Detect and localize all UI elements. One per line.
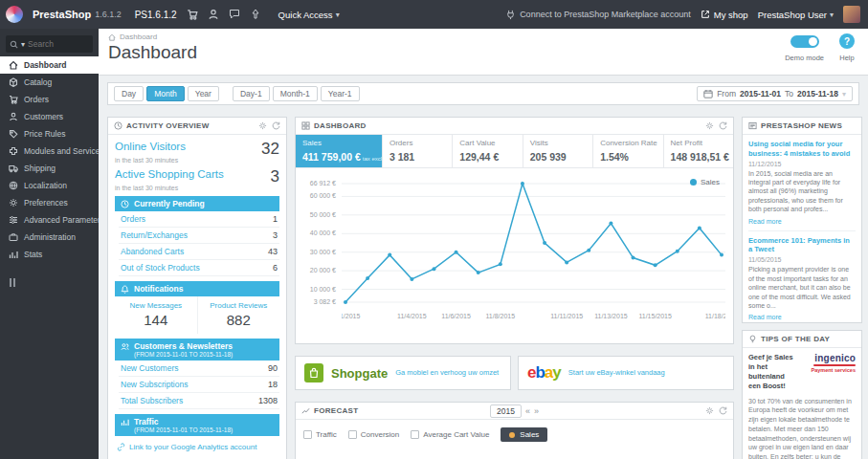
- news-date: 11/12/2015: [748, 161, 856, 167]
- filter-year-1-button[interactable]: Year-1: [321, 86, 360, 101]
- prestashop-logo-icon[interactable]: [6, 6, 23, 23]
- messages-notifications-icon[interactable]: [229, 9, 240, 20]
- bar-chart-icon: [121, 418, 129, 426]
- kpi-sales[interactable]: Sales 411 759,00 €tax excl.: [296, 135, 383, 167]
- caret-down-icon: ▾: [830, 11, 834, 19]
- filter-day-button[interactable]: Day: [114, 86, 144, 101]
- marketplace-link[interactable]: Connect to PrestaShop Marketplace accoun…: [505, 10, 691, 20]
- sidebar-item-localization[interactable]: Localization: [0, 177, 99, 194]
- abandoned-carts-row[interactable]: Abandoned Carts 43: [119, 244, 279, 260]
- my-shop-link[interactable]: My shop: [701, 10, 748, 20]
- next-year-button[interactable]: »: [534, 406, 539, 416]
- sidebar-item-label: Dashboard: [24, 60, 66, 70]
- ebay-link[interactable]: Start uw eBay-winkel vandaag: [568, 368, 665, 378]
- panel-settings-icon[interactable]: [705, 406, 714, 415]
- activity-overview-panel: ACTIVITY OVERVIEW Online Visitors 32 in …: [107, 117, 287, 459]
- sidebar-item-label: Localization: [24, 181, 67, 190]
- sidebar: ▾ Dashboard Catalog Orders Customers: [0, 29, 99, 459]
- news-title-link[interactable]: Ecommerce 101: Payments in a Tweet: [748, 236, 856, 255]
- y-axis-tick: 60 000 €: [310, 192, 336, 199]
- sidebar-item-dashboard[interactable]: Dashboard: [0, 56, 99, 74]
- sidebar-item-catalog[interactable]: Catalog: [0, 74, 99, 91]
- sidebar-item-shipping[interactable]: Shipping: [0, 160, 99, 177]
- customers-notifications-icon[interactable]: [208, 9, 219, 20]
- panel-refresh-icon[interactable]: [719, 121, 727, 130]
- new-subscriptions-row[interactable]: New Subscriptions 18: [119, 377, 279, 393]
- breadcrumb[interactable]: Dashboard: [108, 33, 858, 41]
- filter-day-1-button[interactable]: Day-1: [233, 86, 270, 101]
- dashboard-panel: DASHBOARD Sales 411 759,00 €tax excl. Or…: [295, 117, 734, 344]
- news-date: 11/05/2015: [748, 256, 856, 263]
- total-subscribers-row[interactable]: Total Subscribers 1308: [119, 393, 279, 409]
- page-header: Dashboard Dashboard Demo mode ? Help: [99, 29, 868, 76]
- pending-orders-row[interactable]: Orders 1: [119, 211, 279, 228]
- user-avatar[interactable]: [843, 6, 860, 23]
- kpi-cart-value[interactable]: Cart Value 129,44 €: [453, 135, 523, 167]
- filter-month-1-button[interactable]: Month-1: [273, 86, 318, 101]
- panel-refresh-icon[interactable]: [272, 121, 280, 130]
- search-input[interactable]: [28, 39, 74, 49]
- panel-refresh-icon[interactable]: [719, 406, 727, 415]
- caret-down-icon: ▾: [842, 90, 846, 98]
- sliders-icon: [8, 215, 18, 225]
- sidebar-item-modules[interactable]: Modules and Services: [0, 142, 99, 160]
- quick-access-menu[interactable]: Quick Access ▾: [278, 10, 340, 20]
- sidebar-item-administration[interactable]: Administration: [0, 229, 99, 246]
- news-title-link[interactable]: Using social media for your business: 4 …: [748, 140, 856, 159]
- forecast-avg-cart-toggle[interactable]: Average Cart Value: [411, 430, 489, 439]
- new-customers-row[interactable]: New Customers 90: [119, 361, 279, 377]
- sidebar-item-price-rules[interactable]: Price Rules: [0, 125, 99, 142]
- kpi-orders[interactable]: Orders 3 181: [383, 135, 453, 167]
- rocket-icon[interactable]: [250, 9, 261, 20]
- sidebar-item-label: Modules and Services: [24, 146, 99, 156]
- pending-returns-row[interactable]: Return/Exchanges 3: [119, 228, 279, 244]
- shopgate-promo[interactable]: Shopgate Ga mobiel en verhoog uw omzet: [295, 356, 511, 390]
- chart-legend[interactable]: Sales: [690, 178, 720, 186]
- panel-title: ACTIVITY OVERVIEW: [126, 121, 258, 130]
- out-of-stock-row[interactable]: Out of Stock Products 6: [119, 260, 279, 276]
- cart-notifications-icon[interactable]: [187, 9, 198, 20]
- forecast-traffic-toggle[interactable]: Traffic: [303, 430, 337, 439]
- sidebar-item-advanced-parameters[interactable]: Advanced Parameters: [0, 211, 99, 229]
- forecast-year-select[interactable]: 2015: [490, 404, 522, 418]
- calendar-icon: [703, 89, 713, 98]
- sidebar-item-orders[interactable]: Orders: [0, 91, 99, 108]
- panel-settings-icon[interactable]: [705, 121, 714, 130]
- sidebar-item-preferences[interactable]: Preferences: [0, 194, 99, 211]
- read-more-link[interactable]: Read more: [748, 314, 782, 320]
- forecast-conversion-toggle[interactable]: Conversion: [348, 430, 399, 439]
- active-carts-link[interactable]: Active Shopping Carts: [115, 168, 224, 180]
- help-icon[interactable]: ?: [839, 33, 855, 49]
- filter-year-button[interactable]: Year: [188, 86, 219, 101]
- sidebar-search[interactable]: ▾: [6, 35, 93, 53]
- read-more-link[interactable]: Read more: [748, 218, 782, 225]
- filter-month-button[interactable]: Month: [146, 86, 185, 101]
- previous-year-button[interactable]: «: [525, 406, 530, 416]
- chart-plot-area: [342, 176, 725, 310]
- online-visitors-link[interactable]: Online Visitors: [115, 141, 186, 152]
- promo-modules: Shopgate Ga mobiel en verhoog uw omzet e…: [295, 356, 734, 390]
- demo-mode-toggle[interactable]: [790, 35, 819, 48]
- version-label: 1.6.1.2: [95, 10, 122, 19]
- shopgate-link[interactable]: Ga mobiel en verhoog uw omzet: [395, 368, 499, 378]
- truck-icon: [8, 164, 18, 173]
- kpi-conversion-rate[interactable]: Conversion Rate 1.54%: [593, 135, 663, 167]
- product-reviews-stat[interactable]: Product Reviews 882: [197, 296, 280, 334]
- forecast-sales-toggle[interactable]: Sales: [501, 427, 547, 442]
- sidebar-item-stats[interactable]: Stats: [0, 246, 99, 263]
- google-analytics-link[interactable]: Link to your Google Analytics account: [115, 436, 279, 458]
- traffic-header: Traffic(FROM 2015-11-01 TO 2015-11-18): [115, 414, 279, 436]
- ebay-promo[interactable]: ebay Start uw eBay-winkel vandaag: [518, 356, 734, 390]
- collapse-sidebar-icon[interactable]: [10, 278, 99, 287]
- currently-pending-header: Currently Pending: [115, 196, 279, 211]
- sidebar-item-customers[interactable]: Customers: [0, 108, 99, 125]
- panel-settings-icon[interactable]: [258, 121, 267, 130]
- forecast-legend: Traffic Conversion Average Cart Value Sa…: [296, 420, 733, 449]
- kpi-visits[interactable]: Visits 205 939: [523, 135, 593, 167]
- new-messages-stat[interactable]: New Messages 144: [115, 296, 197, 334]
- lightbulb-icon: [748, 335, 757, 343]
- gear-icon: [8, 198, 18, 208]
- date-range-picker[interactable]: From 2015-11-01 To 2015-11-18 ▾: [697, 86, 853, 101]
- kpi-net-profit[interactable]: Net Profit 148 918,51 €: [664, 135, 733, 167]
- user-menu[interactable]: PrestaShop User ▾: [758, 10, 834, 20]
